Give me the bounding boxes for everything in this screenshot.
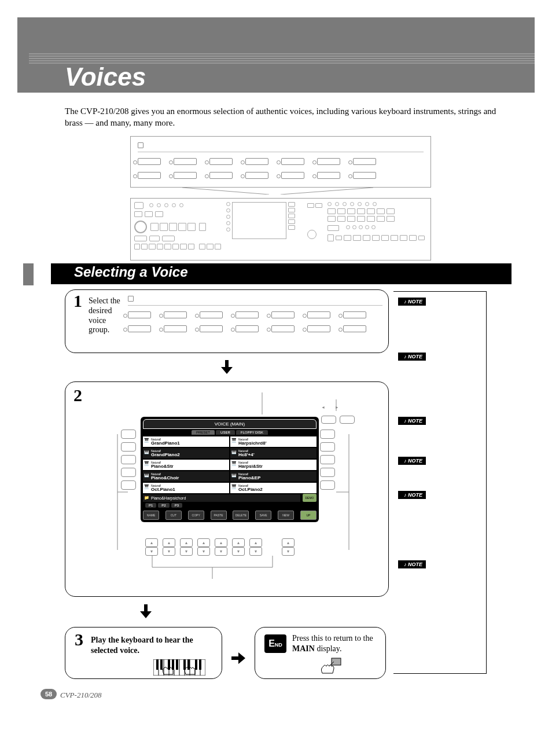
lcd-demo-button: DEMO (303, 494, 317, 502)
end-badge: END (264, 634, 286, 653)
step-1-text: Select the desired voice group. (89, 296, 123, 335)
note-badge: NOTE (398, 353, 426, 361)
step-3-box: 3 Play the keyboard to hear the selected… (65, 627, 222, 679)
lcd-bottom-icons: NAME CUT COPY PASTE DELETE SAVE NEW UP (143, 509, 317, 520)
svg-rect-34 (332, 658, 341, 665)
note-text (398, 427, 483, 438)
step-1-number: 1 (73, 291, 82, 311)
chapter-title: Voices (65, 63, 146, 91)
hand-press-icon (319, 657, 342, 674)
section-title: Selecting a Voice (74, 264, 188, 280)
arrow-down-icon (65, 360, 389, 377)
step-3-text: Play the keyboard to hear the selected v… (91, 635, 212, 655)
step-3-number: 3 (75, 630, 83, 649)
lcd-header: VOICE (MAIN) (143, 419, 317, 429)
section-side-tab (23, 263, 34, 285)
note-text (398, 501, 483, 523)
tab-nav-labels: ◄ ► (321, 405, 339, 410)
page-number: 58 (41, 689, 57, 699)
lcd-item: Natural!Oct.Piano2 (230, 483, 317, 493)
lcd-item: Natural!Harpsi&Str (230, 460, 317, 470)
panel-overview-diagram (130, 136, 431, 260)
lcd-item: Natural!GrandPiano1 (143, 436, 229, 447)
svg-marker-2 (221, 360, 233, 374)
intro-text: The CVP-210/208 gives you an enormous se… (65, 105, 505, 129)
lcd-up-button: UP (300, 511, 317, 520)
lcd-right-buttons (320, 430, 335, 490)
arrow-right-icon (231, 638, 245, 668)
svg-rect-19 (176, 659, 178, 670)
lcd-item: Natural!GrandPiano2 (143, 448, 229, 458)
svg-rect-22 (195, 659, 197, 670)
arrow-down-icon (140, 604, 389, 622)
lcd-tab-user: USER (216, 430, 235, 435)
lcd-item: Natural!Hc8'+4' (230, 448, 317, 458)
lcd-tabs: PRESET USER FLOPPY DISK (143, 430, 317, 435)
tab-nav-buttons (321, 416, 355, 424)
svg-line-0 (182, 188, 269, 194)
lcd-item: Natural!Piano&Choir (143, 471, 229, 482)
note-text (398, 363, 483, 380)
lcd-item: Natural!Oct.Piano1 (143, 483, 229, 493)
svg-marker-33 (231, 652, 245, 664)
lcd-left-buttons (121, 430, 136, 490)
note-badge: NOTE (398, 560, 426, 568)
note-badge: NOTE (398, 298, 426, 306)
lcd-folder: Piano&Harpsichord (143, 494, 300, 502)
lcd-item: Natural!Piano&Str (143, 460, 229, 470)
note-badge: NOTE (398, 417, 426, 425)
notes-column-bottom-rule (393, 673, 486, 674)
lcd-tab-preset: PRESET (192, 430, 215, 435)
step-1-box: 1 Select the desired voice group. (65, 289, 389, 353)
note-text (398, 467, 483, 478)
lcd-screen: VOICE (MAIN) PRESET USER FLOPPY DISK Nat… (141, 417, 319, 522)
svg-rect-16 (160, 659, 163, 670)
lcd-voice-list: Natural!GrandPiano1 Natural!Harpsichrd8'… (143, 436, 317, 493)
lcd-tab-floppy: FLOPPY DISK (236, 430, 268, 435)
rocker-buttons-row: ▴▾ ▴▾ ▴▾ ▴▾ ▴▾ ▴▾ ▴▾ ▴▾ (145, 538, 295, 556)
svg-marker-13 (140, 604, 152, 618)
note-text (398, 571, 483, 588)
lcd-item: Natural!Piano&EP (230, 471, 317, 482)
end-text: Press this to return to the MAIN display… (292, 633, 379, 654)
lcd-item: Natural!Harpsichrd8' (230, 436, 317, 447)
footer-model: CVP-210/208 (60, 691, 102, 700)
svg-rect-15 (156, 659, 159, 670)
end-box: END Press this to return to the MAIN dis… (255, 627, 386, 679)
notes-column: NOTE NOTE NOTE NOTE NOTE NOTE (393, 291, 487, 674)
keyboard-icon (153, 659, 205, 676)
note-badge: NOTE (398, 457, 426, 465)
lcd-pages: P1 P2 P3 (143, 502, 317, 509)
note-text (398, 308, 483, 325)
note-badge: NOTE (398, 491, 426, 499)
svg-line-1 (281, 188, 373, 194)
svg-rect-23 (199, 659, 201, 670)
step-2-box: 2 ◄ ► (65, 381, 389, 597)
